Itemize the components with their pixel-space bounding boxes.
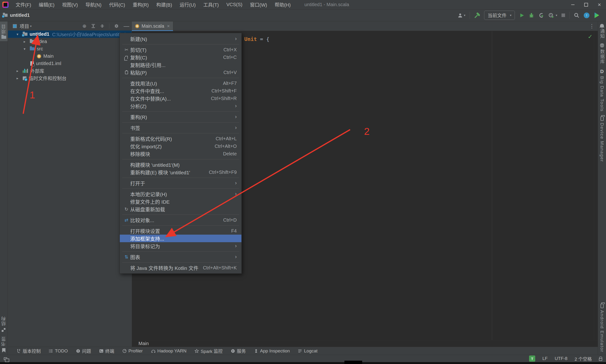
menu-item-reload-from-disk[interactable]: ↻ 从磁盘重新加载 [120,205,242,213]
menu-item-refactor[interactable]: 重构(R) › [120,113,242,121]
editor-options-icon[interactable]: ⋮ [589,23,594,29]
tool-window-hadoop-yarn-button[interactable]: Hadoop YARN [151,348,187,354]
indent-widget[interactable]: 2 个空格 [575,355,592,362]
menu-item-copy[interactable]: 复制(C) Ctrl+C [120,53,242,61]
menu-item-bookmarks[interactable]: 书签 › [120,124,242,131]
tree-row-scratches[interactable]: ▸ 临时文件和控制台 [8,75,132,82]
tool-window-bigdata-button[interactable]: Big Data Tools [598,66,606,114]
menu-item-find-usages[interactable]: 查找用法(U) Alt+F7 [120,79,242,87]
tree-row-idea[interactable]: ▸ .idea [8,38,132,45]
tool-window-project-button[interactable]: 项目 [0,22,8,41]
menubar-item-view[interactable]: 视图(V) [58,0,82,10]
menu-item-convert-java-to-kotlin[interactable]: 将 Java 文件转换为 Kotlin 文件 Ctrl+Alt+Shift+K [120,264,242,272]
settings-gear-button[interactable] [114,24,119,28]
menu-item-cut[interactable]: ✂ 剪切(T) Ctrl+X [120,46,242,53]
locate-file-button[interactable]: ⊕ [82,23,86,29]
menubar-item-code[interactable]: 代码(C) [105,0,129,10]
tool-window-database-button[interactable]: 数据库 [598,41,606,66]
search-everywhere-button[interactable] [574,13,579,18]
menu-item-copy-path[interactable]: 复制路径/引用... [120,61,242,69]
menu-item-analyze[interactable]: 分析(Z) › [120,102,242,110]
tree-row-iml[interactable]: untitled1.iml [8,60,132,67]
menu-item-rebuild-module[interactable]: 重新构建(E) 模块 'untitled1' Ctrl+Shift+F9 [120,169,242,176]
project-panel-title[interactable]: 项目 [20,23,29,30]
menu-item-compare-with[interactable]: ⇄ 比较对象... Ctrl+D [120,216,242,224]
tool-window-notifications-button[interactable]: 通知 [598,22,606,41]
menu-item-paste[interactable]: 粘贴(P) Ctrl+V [120,69,242,76]
menu-item-open-module-settings[interactable]: 打开模块设置 F4 [120,227,242,235]
menubar-item-navigate[interactable]: 导航(N) [82,0,105,10]
menu-item-remove-module[interactable]: 移除模块 Delete [120,150,242,157]
build-project-button[interactable] [474,13,480,18]
menu-item-add-framework-support[interactable]: 添加框架支持... [120,235,242,242]
tool-window-spark-button[interactable]: Spark 监控 [195,348,223,354]
menubar-item-refactor[interactable]: 重构(R) [129,0,152,10]
tool-window-bookmarks-button[interactable]: 书签 [0,334,8,355]
menu-item-open-in[interactable]: 打开于 › [120,179,242,187]
encoding-widget[interactable]: UTF-8 [555,356,567,361]
breadcrumb[interactable]: untitled1 [3,13,30,18]
menubar-item-run[interactable]: 运行(U) [176,0,200,10]
tree-row-untitled1[interactable]: ▾ untitled1 C:\Users\小白\IdeaProjects\unt… [8,30,132,38]
tree-row-external-libraries[interactable]: ▸ 外部库 [8,67,132,75]
hide-panel-button[interactable]: — [123,23,129,29]
menubar-item-build[interactable]: 构建(B) [152,0,176,10]
run-button[interactable] [519,13,524,18]
tool-window-version-control-button[interactable]: 版本控制 [17,348,41,354]
profiler-run-button[interactable] [539,13,544,18]
editor-scrollbar[interactable] [594,31,598,340]
menu-item-new[interactable]: 新建(N) › [120,35,242,43]
menu-item-reformat-code[interactable]: 重新格式化代码(R) Ctrl+Alt+L [120,135,242,142]
user-account-button[interactable]: ▾ [458,13,465,18]
code-line[interactable]: Unit = { [244,36,269,42]
maximize-button[interactable] [579,0,593,10]
tool-window-app-inspection-button[interactable]: App Inspection [254,348,290,354]
tree-row-main[interactable]: Main [8,52,132,60]
menu-item-local-history[interactable]: 本地历史记录(H) › [120,190,242,198]
menubar-item-file[interactable]: 文件(F) [12,0,35,10]
run-with-coverage-button[interactable]: ▾ [549,13,557,18]
menubar-item-tools[interactable]: 工具(T) [200,0,223,10]
tool-window-services-button[interactable]: 服务 [231,348,246,354]
collapse-all-button[interactable] [100,24,104,28]
menu-item-diagrams[interactable]: ⇅ 图表 › [120,253,242,261]
chevron-expanded-icon[interactable]: ▾ [24,47,30,51]
menubar-item-edit[interactable]: 编辑(E) [35,0,58,10]
line-separator-widget[interactable]: LF [542,356,548,361]
expand-all-button[interactable] [91,24,95,28]
tool-window-device-manager-button[interactable]: Device Manager [598,114,606,164]
ide-update-icon[interactable]: ↑ [584,13,589,18]
chevron-collapsed-icon[interactable]: ▸ [17,76,23,80]
menu-item-find-in-files[interactable]: 在文件中查找... Ctrl+Shift+F [120,87,242,95]
breadcrumb-item-main[interactable]: Main [138,341,149,346]
tool-window-structure-button[interactable]: 结构 [0,314,8,334]
chevron-collapsed-icon[interactable]: ▸ [24,39,30,44]
menu-item-mark-directory-as[interactable]: 将目录标记为 › [120,242,242,250]
unlock-icon[interactable] [599,358,602,361]
inspections-ok-icon[interactable]: ✓ [588,33,593,40]
debug-button[interactable] [529,13,534,18]
menubar-item-help[interactable]: 帮助(H) [271,0,295,10]
chevron-down-icon[interactable]: ▾ [30,24,32,28]
tool-window-android-emulator-button[interactable]: Android Emulator [598,301,606,355]
tool-window-logcat-button[interactable]: Logcat [298,348,317,354]
menubar-item-window[interactable]: 窗口(W) [246,0,271,10]
stop-button[interactable] [562,13,565,17]
close-button[interactable]: × [593,0,606,10]
run-configuration-select[interactable]: 当前文件 ▾ [484,11,515,20]
tool-window-todo-button[interactable]: TODO [49,348,68,354]
translation-plugin-badge[interactable]: T [529,355,535,362]
tool-window-switcher-icon[interactable] [4,357,7,360]
tab-main-scala[interactable]: Main.scala × [132,22,173,31]
chevron-collapsed-icon[interactable]: ▸ [17,69,23,73]
menu-item-repair-ide[interactable]: 修复文件上的 IDE [120,198,242,205]
menu-item-build-module[interactable]: 构建模块 'untitled1'(M) [120,161,242,169]
close-tab-icon[interactable]: × [167,23,170,29]
tool-window-problems-button[interactable]: 问题 [76,348,91,354]
tree-row-src[interactable]: ▾ src [8,45,132,52]
menubar-item-vcs[interactable]: VCS(S) [223,0,246,10]
minimize-button[interactable] [566,0,579,10]
menu-item-optimize-imports[interactable]: 优化 import(Z) Ctrl+Alt+O [120,142,242,150]
tool-window-profiler-button[interactable]: Profiler [122,348,143,354]
menu-item-replace-in-files[interactable]: 在文件中替换(A)... Ctrl+Shift+R [120,95,242,102]
